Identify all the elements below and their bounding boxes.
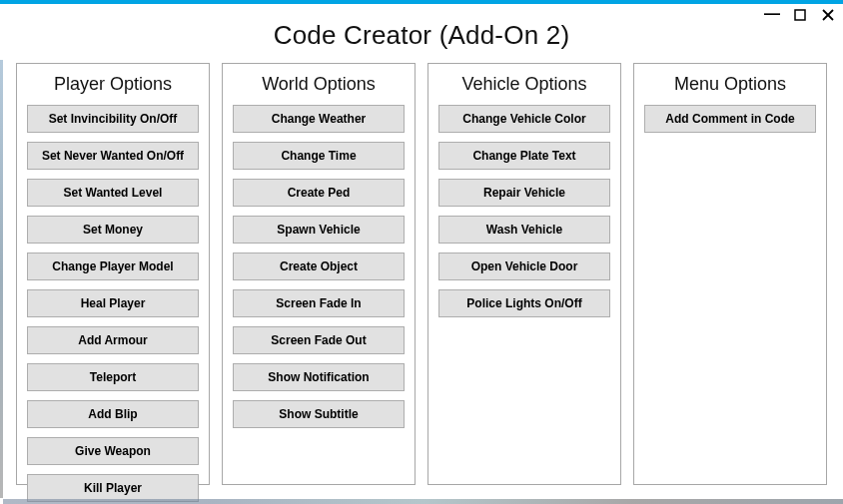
- spawn-vehicle-button[interactable]: Spawn Vehicle: [233, 216, 405, 244]
- maximize-button[interactable]: [791, 6, 809, 24]
- show-notification-button[interactable]: Show Notification: [233, 363, 405, 391]
- set-invincibility-button[interactable]: Set Invincibility On/Off: [27, 105, 199, 133]
- minimize-button[interactable]: —: [763, 6, 781, 24]
- menu-options-panel: Menu OptionsAdd Comment in Code: [633, 63, 827, 485]
- add-blip-button[interactable]: Add Blip: [27, 400, 199, 428]
- vehicle-options-panel: Vehicle OptionsChange Vehicle ColorChang…: [427, 63, 621, 485]
- police-lights-button[interactable]: Police Lights On/Off: [438, 289, 610, 317]
- heal-player-button[interactable]: Heal Player: [27, 289, 199, 317]
- player-options-title: Player Options: [27, 74, 199, 95]
- add-comment-button[interactable]: Add Comment in Code: [644, 105, 816, 133]
- window-title: Code Creator (Add-On 2): [0, 20, 843, 51]
- add-armour-button[interactable]: Add Armour: [27, 326, 199, 354]
- left-window-edge: [0, 60, 3, 498]
- change-time-button[interactable]: Change Time: [233, 142, 405, 170]
- set-money-button[interactable]: Set Money: [27, 216, 199, 244]
- change-player-model-button[interactable]: Change Player Model: [27, 252, 199, 280]
- screen-fade-in-button[interactable]: Screen Fade In: [233, 289, 405, 317]
- window-controls: —: [763, 6, 837, 24]
- create-object-button[interactable]: Create Object: [233, 252, 405, 280]
- change-vehicle-color-button[interactable]: Change Vehicle Color: [438, 105, 610, 133]
- change-plate-text-button[interactable]: Change Plate Text: [438, 142, 610, 170]
- window-accent-bar: [0, 0, 843, 4]
- world-options-title: World Options: [233, 74, 405, 95]
- open-vehicle-door-button[interactable]: Open Vehicle Door: [438, 252, 610, 280]
- kill-player-button[interactable]: Kill Player: [27, 474, 199, 502]
- world-options-panel: World OptionsChange WeatherChange TimeCr…: [222, 63, 416, 485]
- player-options-panel: Player OptionsSet Invincibility On/OffSe…: [16, 63, 210, 485]
- screen-fade-out-button[interactable]: Screen Fade Out: [233, 326, 405, 354]
- panels-row: Player OptionsSet Invincibility On/OffSe…: [0, 63, 843, 497]
- set-never-wanted-button[interactable]: Set Never Wanted On/Off: [27, 142, 199, 170]
- change-weather-button[interactable]: Change Weather: [233, 105, 405, 133]
- show-subtitle-button[interactable]: Show Subtitle: [233, 400, 405, 428]
- wash-vehicle-button[interactable]: Wash Vehicle: [438, 216, 610, 244]
- close-button[interactable]: [819, 6, 837, 24]
- give-weapon-button[interactable]: Give Weapon: [27, 437, 199, 465]
- vehicle-options-title: Vehicle Options: [438, 74, 610, 95]
- teleport-button[interactable]: Teleport: [27, 363, 199, 391]
- set-wanted-level-button[interactable]: Set Wanted Level: [27, 179, 199, 207]
- repair-vehicle-button[interactable]: Repair Vehicle: [438, 179, 610, 207]
- create-ped-button[interactable]: Create Ped: [233, 179, 405, 207]
- bottom-window-edge: [3, 499, 843, 504]
- menu-options-title: Menu Options: [644, 74, 816, 95]
- svg-rect-0: [795, 10, 805, 20]
